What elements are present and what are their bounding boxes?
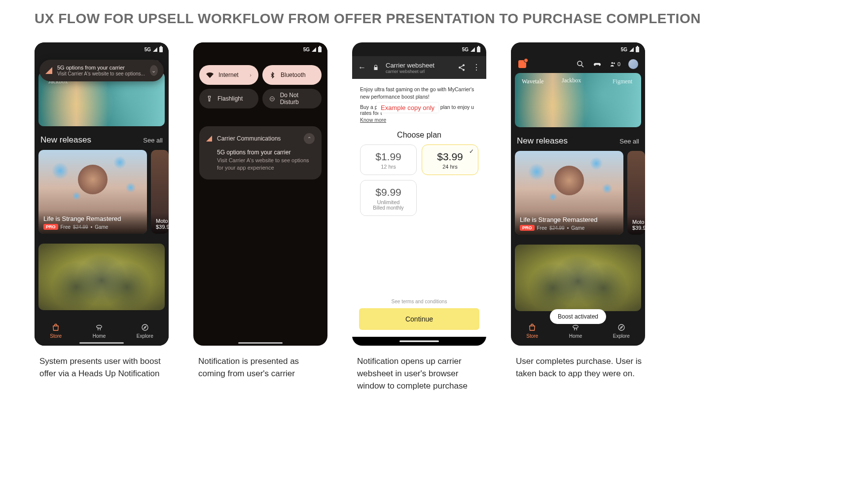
qs-dnd[interactable]: Do Not Disturb <box>262 89 322 108</box>
chevron-up-icon[interactable]: ⌃ <box>304 133 315 144</box>
avatar[interactable] <box>628 59 638 69</box>
nav-explore-label: Explore <box>137 333 153 339</box>
game-card-2[interactable]: Moto $39.99 <box>151 150 169 234</box>
terms-link[interactable]: See terms and conditions <box>360 294 478 308</box>
game-title: Life is Strange Remastered <box>43 215 142 222</box>
game-card-meta: Life is Strange Remastered PRO Free $24.… <box>38 210 147 234</box>
phone-frame-4: 5G 0 Wavetale Jackbox Figment New releas… <box>511 42 645 346</box>
flow-step-2: 5G Internet › Bluetooth Flashlight <box>193 42 327 392</box>
plan-2-duration: 24 hrs <box>426 164 474 170</box>
wide-banner[interactable] <box>38 244 165 310</box>
meta-dot: • <box>91 224 93 230</box>
hero-tag-b: Jackbox <box>562 77 581 84</box>
pro-badge: PRO <box>520 225 535 231</box>
game-card-meta: Life is Strange Remastered PRO Free $24.… <box>515 211 623 235</box>
notif-title: 5G options from your carrier <box>217 149 315 156</box>
plan-card-2-selected[interactable]: $3.99 24 hrs <box>422 144 478 175</box>
continue-button[interactable]: Continue <box>359 308 479 330</box>
search-icon[interactable] <box>576 60 585 69</box>
phone-frame-3: 5G ← Carrier websheet carrier websheet u… <box>352 42 486 346</box>
nav-home-label: Home <box>93 333 106 339</box>
home-indicator[interactable] <box>238 342 283 344</box>
heads-up-notification[interactable]: 5G options from your carrier Visit Carri… <box>39 60 164 81</box>
status-bar: 5G <box>193 42 327 56</box>
plan-card-3[interactable]: $9.99 Unlimited Billed monthly <box>360 180 417 216</box>
websheet-title: Carrier websheet <box>386 62 451 69</box>
nav-explore-label: Explore <box>613 333 630 339</box>
hero-tag-c: Figment <box>613 78 632 85</box>
friends-icon[interactable]: 0 <box>610 60 620 69</box>
home-indicator-bar[interactable] <box>352 337 486 346</box>
nav-home-label: Home <box>569 333 582 339</box>
flow-step-1: 5G Jackbox New releases See all Life is … <box>35 42 169 392</box>
game-card-1[interactable]: Life is Strange Remastered PRO Free $24.… <box>38 150 147 234</box>
flow-step-4: 5G 0 Wavetale Jackbox Figment New releas… <box>511 42 645 392</box>
wide-banner[interactable] <box>515 245 641 311</box>
status-bar: 5G <box>511 42 645 56</box>
nav-home[interactable]: Home <box>93 323 106 339</box>
game-card-2[interactable]: Moto $39.99 <box>627 151 645 235</box>
network-label: 5G <box>462 47 469 52</box>
home-indicator[interactable] <box>79 342 124 344</box>
websheet-body: Enjoy ultra fast gaming on the go with M… <box>352 79 486 346</box>
price-strike: $24.99 <box>73 224 88 230</box>
plan-1-duration: 12 hrs <box>364 164 412 170</box>
know-more-link[interactable]: Know more <box>360 117 478 123</box>
svg-line-12 <box>581 66 583 68</box>
plan-3-sub: Billed monthly <box>364 205 412 211</box>
hero-banner[interactable]: Wavetale Jackbox Figment <box>515 73 641 127</box>
websheet-intro: Enjoy ultra fast gaming on the go with M… <box>360 86 478 100</box>
gift-icon[interactable] <box>518 60 527 69</box>
plan-card-1[interactable]: $1.99 12 hrs <box>360 144 417 175</box>
nav-store[interactable]: Store <box>526 323 538 339</box>
price-strike: $24.99 <box>549 225 565 231</box>
nav-store[interactable]: Store <box>50 323 62 339</box>
qs-bluetooth[interactable]: Bluetooth <box>262 65 322 85</box>
battery-icon <box>477 47 480 52</box>
category: Game <box>571 225 584 231</box>
game2-title: Moto <box>632 219 640 225</box>
network-label: 5G <box>303 47 310 52</box>
svg-point-2 <box>97 325 102 328</box>
nav-explore[interactable]: Explore <box>137 323 153 339</box>
svg-point-14 <box>614 63 615 64</box>
network-label: 5G <box>145 47 151 52</box>
section-title: New releases <box>40 135 91 145</box>
plan-2-price: $3.99 <box>426 151 474 163</box>
price-free: Free <box>61 224 71 230</box>
see-all-link[interactable]: See all <box>619 138 639 145</box>
quick-settings: Internet › Bluetooth Flashlight Do Not D… <box>193 56 327 112</box>
phone-frame-2: 5G Internet › Bluetooth Flashlight <box>193 42 327 346</box>
battery-icon <box>159 47 163 52</box>
bottom-nav: Store Home Explore <box>35 316 169 346</box>
example-overlay: Example copy only <box>377 103 438 112</box>
chevron-down-icon[interactable]: ⌄ <box>150 65 158 76</box>
caption-4: User completes purchase. User is taken b… <box>511 356 645 380</box>
more-icon[interactable]: ⋮ <box>472 66 480 69</box>
network-label: 5G <box>621 47 627 52</box>
boost-activated-pill: Boost activated <box>550 309 606 324</box>
qs-flashlight[interactable]: Flashlight <box>199 89 258 108</box>
top-icon-row: 0 <box>511 56 645 73</box>
qs-internet[interactable]: Internet › <box>199 65 258 85</box>
nav-home[interactable]: Home <box>569 323 582 339</box>
game2-title: Moto <box>156 218 164 224</box>
game-card-1[interactable]: Life is Strange Remastered PRO Free $24.… <box>515 151 623 235</box>
websheet-toolbar: ← Carrier websheet carrier websheet url … <box>352 56 486 79</box>
see-all-link[interactable]: See all <box>143 137 163 144</box>
notification-card[interactable]: Carrier Communications ⌃ 5G options from… <box>199 126 322 179</box>
carrier-icon <box>45 67 52 74</box>
svg-point-13 <box>611 62 613 64</box>
svg-point-9 <box>459 67 461 69</box>
nav-explore[interactable]: Explore <box>613 323 630 339</box>
controller-icon[interactable] <box>593 60 602 69</box>
price-free: Free <box>537 225 547 231</box>
plan-3-price: $9.99 <box>364 186 412 198</box>
category: Game <box>95 224 108 230</box>
hun-title: 5G options from your carrier <box>57 65 145 71</box>
plan-grid: $1.99 12 hrs $3.99 24 hrs $9.99 Unlimite… <box>360 144 478 216</box>
back-icon[interactable]: ← <box>358 63 366 72</box>
share-icon[interactable] <box>458 64 466 71</box>
section-header: New releases See all <box>511 136 645 151</box>
battery-icon <box>318 47 322 52</box>
